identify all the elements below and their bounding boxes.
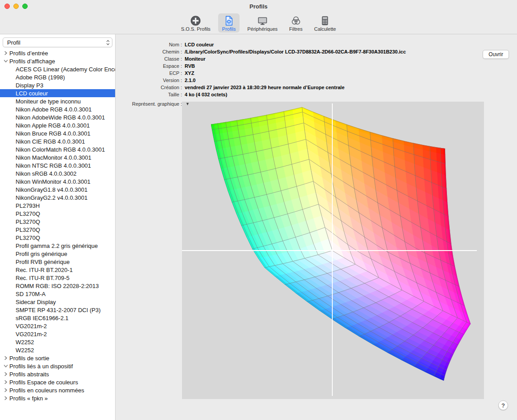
profile-filter-dropdown[interactable]: Profil [3,37,112,47]
chevron-down-icon[interactable] [3,364,8,368]
info-row-value: vendredi 27 janvier 2023 à 18:30:29 heur… [185,84,344,91]
tree-item-nikon-adobe-rgb-4-0-0-3001[interactable]: Nikon Adobe RGB 4.0.0.3001 [0,105,115,113]
toolbar-item-profils[interactable]: Profils [218,13,240,33]
tree-item-profils-d-entr-e[interactable]: Profils d’entrée [0,49,115,57]
tree-item-label: Nikon Adobe RGB 4.0.0.3001 [16,106,92,113]
tree-item-rec-itu-r-bt-709-5[interactable]: Rec. ITU-R BT.709-5 [0,274,115,282]
tree-item-label: Profils liés à un dispositif [9,363,73,370]
tree-item-vg2021m-2[interactable]: VG2021m-2 [0,330,115,338]
tree-item-nikon-adobewide-rgb-4-0-0-3001[interactable]: Nikon AdobeWide RGB 4.0.0.3001 [0,113,115,121]
tree-item-smpte-rp-431-2-2007-dci-p3[interactable]: SMPTE RP 431-2-2007 DCI (P3) [0,306,115,314]
chevron-right-icon[interactable] [3,388,8,392]
tree-item-profils-abstraits[interactable]: Profils abstraits [0,370,115,378]
tree-item-profils-fpkn[interactable]: Profils « fpkn » [0,394,115,402]
tree-item-profil-gamma-2-2-gris-g-n-rique[interactable]: Profil gamma 2.2 gris générique [0,242,115,250]
chevron-right-icon[interactable] [3,380,8,384]
tree-item-nikon-winmonitor-4-0-0-3001[interactable]: Nikon WinMonitor 4.0.0.3001 [0,177,115,185]
tree-item-profil-gris-g-n-rique[interactable]: Profil gris générique [0,250,115,258]
toolbar-item-s-o-s-profils[interactable]: S.O.S. Profils [177,13,215,33]
tree-item-w2252[interactable]: W2252 [0,338,115,346]
tree-item-nikon-ntsc-rgb-4-0-0-3001[interactable]: Nikon NTSC RGB 4.0.0.3001 [0,161,115,169]
filters-icon [290,15,302,26]
tree-item-label: Profils d’entrée [9,50,48,57]
tree-item-label: Nikon WinMonitor 4.0.0.3001 [16,178,91,185]
tree-item-srgb-iec61966-2-1[interactable]: sRGB IEC61966-2.1 [0,314,115,322]
tree-item-lcd-couleur[interactable]: LCD couleur [0,89,115,97]
tree-item-profils-de-sortie[interactable]: Profils de sortie [0,354,115,362]
tree-item-w2252[interactable]: W2252 [0,346,115,354]
tree-item-pl3270q[interactable]: PL3270Q [0,226,115,234]
tree-item-label: Profil gamma 2.2 gris générique [16,243,98,249]
tree-item-pl3270q[interactable]: PL3270Q [0,234,115,242]
tree-item-sd-170m-a[interactable]: SD 170M-A [0,290,115,298]
tree-item-nikon-srgb-4-0-0-3002[interactable]: Nikon sRGB 4.0.0.3002 [0,169,115,177]
profile-tree: Profils d’entrée Profils d’affichage ACE… [0,49,115,402]
info-row-value: Moniteur [185,55,205,62]
tree-item-sidecar-display[interactable]: Sidecar Display [0,298,115,306]
tree-item-label: Profils « fpkn » [9,395,48,402]
tree-item-label: NikonGrayG2.2 v4.0.0.3001 [16,194,87,201]
tree-item-label: PL3270Q [16,226,40,233]
tree-item-romm-rgb-iso-22028-2-2013[interactable]: ROMM RGB: ISO 22028-2:2013 [0,282,115,290]
graph-disclosure-triangle-icon[interactable]: ▼ [186,101,190,107]
chevron-right-icon[interactable] [3,356,8,360]
tree-item-nikon-cie-rgb-4-0-0-3001[interactable]: Nikon CIE RGB 4.0.0.3001 [0,137,115,145]
tree-item-profils-li-s-un-dispositif[interactable]: Profils liés à un dispositif [0,362,115,370]
tree-item-profils-d-affichage[interactable]: Profils d’affichage [0,57,115,65]
tree-item-aces-cg-linear-academy-color-enco[interactable]: ACES CG Linear (Academy Color Enco [0,65,115,73]
tree-item-label: Nikon AdobeWide RGB 4.0.0.3001 [16,114,105,121]
chevron-down-icon[interactable] [3,59,8,63]
chevron-right-icon[interactable] [3,396,8,400]
profile-info-table: Nom : LCD couleur Chemin : /Library/Colo… [116,41,517,98]
help-button[interactable]: ? [498,400,508,410]
info-row-label: ECP : [116,70,182,77]
tree-item-profil-rvb-g-n-rique[interactable]: Profil RVB générique [0,258,115,266]
dropdown-selected-value: Profil [7,39,106,46]
gamut-3d-view[interactable] [182,102,484,399]
tree-item-pl3270q[interactable]: PL3270Q [0,210,115,218]
chevron-right-icon[interactable] [3,51,8,55]
tree-item-display-p3[interactable]: Display P3 [0,81,115,89]
tree-item-label: Display P3 [16,82,43,89]
tree-item-label: Profils Espace de couleurs [9,379,78,386]
close-button[interactable] [4,4,10,9]
info-row-label: Taille : [116,91,182,98]
tree-item-moniteur-de-type-inconnu[interactable]: Moniteur de type inconnu [0,97,115,105]
info-row: Version : 2.1.0 [116,77,517,84]
tree-item-nikon-apple-rgb-4-0-0-3001[interactable]: Nikon Apple RGB 4.0.0.3001 [0,121,115,129]
tree-item-adobe-rgb-1998[interactable]: Adobe RGB (1998) [0,73,115,81]
tree-item-profils-espace-de-couleurs[interactable]: Profils Espace de couleurs [0,378,115,386]
tree-item-vg2021m-2[interactable]: VG2021m-2 [0,322,115,330]
chevron-right-icon[interactable] [3,372,8,376]
toolbar-item-filtres[interactable]: Filtres [285,13,306,33]
tree-item-label: PL3270Q [16,218,40,225]
toolbar-item-calculette[interactable]: Calculette [310,13,340,33]
tree-item-pl3270q[interactable]: PL3270Q [0,218,115,226]
info-row: Nom : LCD couleur [116,41,517,48]
titlebar: Profils [0,0,517,12]
first-aid-icon [190,15,202,26]
tree-item-nikon-bruce-rgb-4-0-0-3001[interactable]: Nikon Bruce RGB 4.0.0.3001 [0,129,115,137]
tree-item-rec-itu-r-bt-2020-1[interactable]: Rec. ITU-R BT.2020-1 [0,266,115,274]
zoom-button[interactable] [22,4,28,9]
tree-item-label: Profils de sortie [9,355,50,362]
tree-item-label: SMPTE RP 431-2-2007 DCI (P3) [16,307,101,313]
tree-item-label: Profil RVB générique [16,259,70,265]
gamut-plot-area [182,102,484,399]
tree-item-label: VG2021m-2 [16,331,47,338]
open-button[interactable]: Ouvrir [483,50,509,59]
tree-item-nikon-macmonitor-4-0-0-3001[interactable]: Nikon MacMonitor 4.0.0.3001 [0,153,115,161]
tree-item-nikon-colormatch-rgb-4-0-0-3001[interactable]: Nikon ColorMatch RGB 4.0.0.3001 [0,145,115,153]
tree-item-nikongrayg1-8-v4-0-0-3001[interactable]: NikonGrayG1.8 v4.0.0.3001 [0,185,115,194]
tree-item-label: Adobe RGB (1998) [16,74,65,81]
info-row-label: Création : [116,84,182,91]
toolbar-item-p-riph-riques[interactable]: Périphériques [243,13,281,33]
tree-item-nikongrayg2-2-v4-0-0-3001[interactable]: NikonGrayG2.2 v4.0.0.3001 [0,194,115,202]
tree-item-label: Nikon sRGB 4.0.0.3002 [16,170,77,177]
minimize-button[interactable] [13,4,19,9]
tree-item-pl2793h[interactable]: PL2793H [0,202,115,210]
tree-item-label: Nikon NTSC RGB 4.0.0.3001 [16,162,91,169]
tree-item-label: PL2793H [16,202,40,209]
profile-document-icon [223,15,235,26]
tree-item-profils-en-couleurs-nomm-es[interactable]: Profils en couleurs nommées [0,386,115,394]
